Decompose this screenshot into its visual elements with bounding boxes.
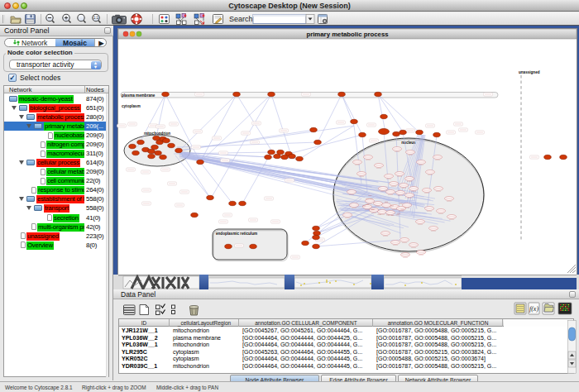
svg-text:cytoplasm: cytoplasm — [122, 104, 141, 108]
svg-text:Search:: Search: — [229, 15, 255, 23]
svg-text:1:1: 1:1 — [93, 16, 99, 20]
svg-text:endoplasmic reticulum: endoplasmic reticulum — [216, 232, 257, 236]
svg-text:f(x): f(x) — [529, 305, 538, 313]
svg-text:unassigned: unassigned — [519, 70, 540, 74]
svg-text:primary metabolic process: primary metabolic process — [306, 31, 389, 38]
svg-text:plasma membrane: plasma membrane — [122, 93, 156, 98]
